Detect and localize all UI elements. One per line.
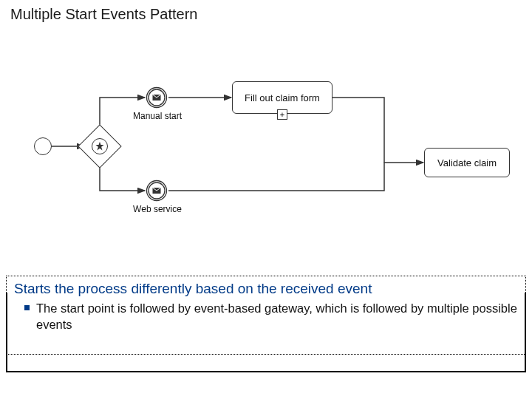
manual-start-event	[146, 86, 168, 109]
description-heading: Starts the process differently based on …	[14, 281, 518, 297]
web-service-event	[146, 180, 168, 202]
fill-out-claim-label: Fill out claim form	[245, 92, 320, 103]
description-bullet: The start point is followed by event-bas…	[14, 300, 518, 333]
start-event	[34, 137, 52, 155]
validate-claim-label: Validate claim	[437, 157, 497, 168]
web-service-label: Web service	[131, 204, 184, 214]
fill-out-claim-task: Fill out claim form +	[232, 81, 332, 114]
bpmn-diagram: Manual start Web service Fill out claim …	[0, 44, 532, 251]
manual-start-label: Manual start	[131, 111, 184, 121]
subprocess-marker-icon: +	[277, 109, 287, 120]
validate-claim-task: Validate claim	[424, 148, 510, 177]
page-title: Multiple Start Events Pattern	[10, 6, 197, 23]
description-box: Starts the process differently based on …	[6, 276, 526, 355]
